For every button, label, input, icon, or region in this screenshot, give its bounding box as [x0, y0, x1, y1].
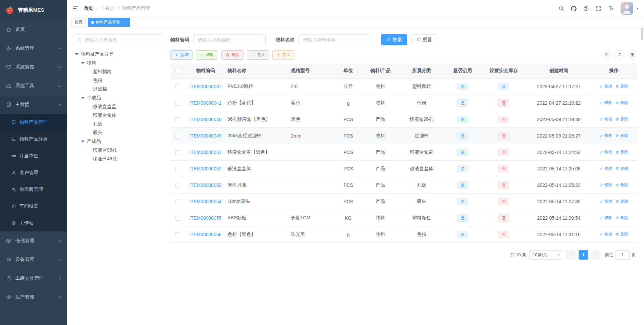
import-button[interactable]: 导入 [247, 50, 269, 60]
delete-row-link[interactable]: 删除 [615, 182, 628, 188]
delete-row-link[interactable]: 删除 [615, 215, 628, 221]
material-name-input[interactable] [299, 34, 371, 45]
select-all-checkbox[interactable] [175, 69, 180, 73]
material-code-input[interactable] [193, 34, 266, 45]
row-checkbox[interactable] [175, 150, 180, 155]
edit-row-link[interactable]: 修改 [599, 100, 612, 106]
caret-down-icon[interactable] [81, 141, 85, 143]
row-checkbox[interactable] [175, 200, 180, 204]
delete-row-link[interactable]: 删除 [615, 149, 628, 155]
material-code-link[interactable]: ITEM00000055 [190, 215, 222, 221]
sidebar-item-fixture-mgmt[interactable]: 工装夹具管理 [0, 269, 67, 288]
sidebar-item-device-mgmt[interactable]: 设备管理 [0, 250, 67, 269]
sidebar-item-customer-mgmt[interactable]: 客户管理 [0, 164, 67, 181]
material-code-link[interactable]: ITEM00000037 [190, 84, 222, 89]
delete-row-link[interactable]: 删除 [615, 199, 628, 204]
tree-node[interactable]: 移液盒盒体 [74, 111, 163, 120]
delete-row-link[interactable]: 删除 [615, 116, 628, 122]
caret-down-icon[interactable] [81, 62, 85, 64]
toggle-search-button[interactable] [601, 50, 611, 60]
edit-row-link[interactable]: 修改 [599, 215, 612, 221]
row-checkbox[interactable] [175, 183, 180, 188]
font-size-button[interactable] [605, 0, 617, 17]
tree-node[interactable]: 孔板 [74, 120, 163, 128]
edit-row-link[interactable]: 修改 [599, 149, 612, 155]
sidebar-item-measure-unit[interactable]: 计量单位 [0, 148, 67, 164]
add-button[interactable]: 新增 [170, 50, 193, 60]
edit-row-link[interactable]: 修改 [599, 231, 612, 237]
sidebar-item-workstation[interactable]: 工作站 [0, 215, 67, 231]
tree-node[interactable]: 半成品 [74, 94, 163, 102]
material-code-link[interactable]: ITEM00000051 [190, 150, 222, 155]
tree-node[interactable]: 色粉 [74, 76, 163, 85]
delete-row-link[interactable]: 删除 [615, 166, 628, 171]
search-button[interactable]: 搜索 [381, 34, 407, 45]
edit-row-link[interactable]: 修改 [599, 116, 612, 122]
tree-node[interactable]: 移液盒96孔 [74, 146, 163, 155]
material-code-link[interactable]: ITEM00000049 [190, 133, 222, 139]
sidebar-item-warehouse-mgmt[interactable]: 仓储管理 [0, 231, 67, 250]
edit-row-link[interactable]: 修改 [599, 166, 612, 171]
sidebar-toggle-button[interactable] [67, 5, 84, 11]
row-checkbox[interactable] [175, 117, 180, 122]
sidebar-item-material-product-mgmt[interactable]: 物料产品管理 [0, 114, 67, 131]
row-checkbox[interactable] [175, 167, 180, 171]
goto-page-input[interactable] [615, 250, 630, 260]
fullscreen-button[interactable] [592, 0, 605, 17]
caret-down-icon[interactable] [81, 97, 85, 99]
sidebar-item-material-product-category[interactable]: 物料产品分类 [0, 131, 67, 148]
row-checkbox[interactable] [175, 232, 180, 237]
app-logo[interactable]: 苦糖果MES [0, 0, 67, 20]
tag-home[interactable]: 首页 [71, 18, 86, 27]
sidebar-item-system-mgmt[interactable]: 系统管理 [0, 39, 67, 58]
refresh-table-button[interactable] [614, 50, 624, 60]
delete-row-link[interactable]: 删除 [615, 100, 628, 106]
edit-row-link[interactable]: 修改 [599, 199, 612, 204]
row-checkbox[interactable] [175, 134, 180, 139]
sidebar-item-workshop-settings[interactable]: 车间设置 [0, 198, 67, 215]
sidebar-item-system-monitor[interactable]: 系统监控 [0, 58, 67, 76]
tree-node[interactable]: 物料 [74, 59, 163, 67]
material-code-link[interactable]: ITEM00000053 [190, 182, 222, 188]
prev-page-button[interactable] [566, 250, 576, 260]
breadcrumb-master-data[interactable]: 主数据 [101, 5, 115, 11]
tag-close-button[interactable] [122, 20, 127, 25]
material-code-link[interactable]: ITEM00000041 [190, 100, 222, 106]
tree-node[interactable]: 产成品 [74, 137, 163, 146]
material-code-link[interactable]: ITEM00000056 [190, 232, 222, 237]
delete-row-link[interactable]: 删除 [615, 231, 628, 237]
page-size-select[interactable]: 10条/页 [529, 250, 563, 260]
help-button[interactable] [580, 0, 592, 17]
material-code-link[interactable]: ITEM00000052 [190, 166, 222, 171]
sidebar-item-home[interactable]: 首页 [0, 20, 67, 39]
reset-button[interactable]: 重置 [411, 34, 437, 45]
edit-row-link[interactable]: 修改 [599, 133, 612, 139]
material-code-link[interactable]: ITEM00000054 [190, 199, 222, 204]
column-settings-button[interactable] [628, 50, 637, 60]
navbar-search-button[interactable] [555, 0, 568, 17]
current-page-button[interactable]: 1 [579, 250, 588, 260]
caret-down-icon[interactable] [75, 53, 78, 55]
sidebar-item-production-mgmt[interactable]: 生产管理 [0, 288, 67, 307]
edit-row-link[interactable]: 修改 [599, 84, 612, 89]
category-search-input[interactable] [85, 37, 159, 43]
github-button[interactable] [568, 0, 580, 17]
sidebar-item-supplier-mgmt[interactable]: 供应商管理 [0, 181, 67, 198]
material-code-link[interactable]: ITEM00000046 [190, 117, 222, 122]
user-menu[interactable] [621, 2, 639, 15]
tree-node[interactable]: 移液盒48孔 [74, 155, 163, 163]
tree-node[interactable]: 物料及产品分类 [74, 50, 163, 59]
tree-node[interactable]: 塑料颗粒 [74, 67, 163, 76]
edit-button[interactable]: 修改 [196, 50, 218, 60]
tree-node[interactable]: 吸头 [74, 128, 163, 137]
breadcrumb-home[interactable]: 首页 [84, 5, 93, 11]
page-scrollbar[interactable] [641, 19, 643, 321]
row-checkbox[interactable] [175, 216, 180, 221]
tree-node[interactable]: 移液盒盒盖 [74, 102, 163, 111]
next-page-button[interactable] [591, 250, 600, 260]
sidebar-item-system-tools[interactable]: 系统工具 [0, 76, 67, 95]
row-checkbox[interactable] [175, 85, 180, 89]
tree-node[interactable]: 过滤棉 [74, 85, 163, 94]
sidebar-item-master-data[interactable]: 主数据 [0, 95, 67, 114]
tag-material-product-mgmt[interactable]: 物料产品管理 [88, 18, 130, 27]
